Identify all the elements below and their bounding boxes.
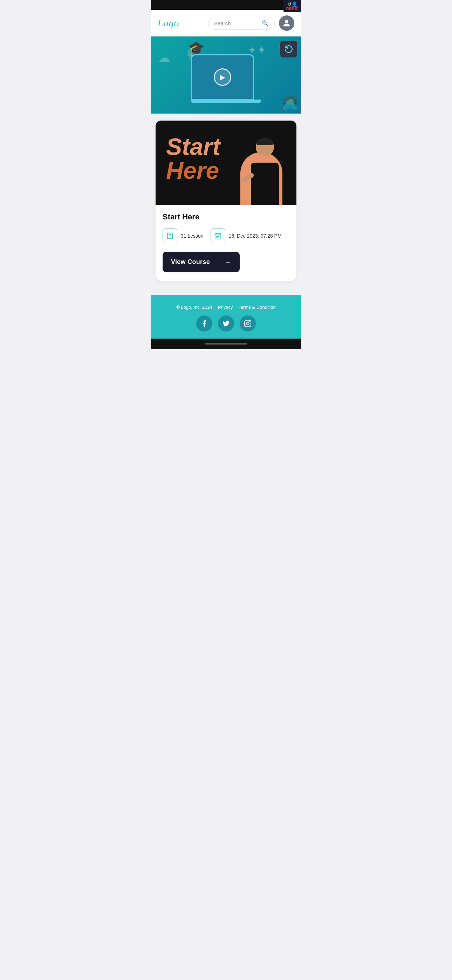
terms-link[interactable]: Terms & Condition <box>239 305 276 310</box>
rotate-icon-button[interactable] <box>280 41 297 57</box>
social-icons <box>158 315 294 332</box>
search-bar[interactable]: 🔍 <box>208 17 275 30</box>
calendar-icon-box <box>210 229 225 243</box>
debug-badge: ↺👤 DR8UG <box>283 0 301 12</box>
svg-rect-12 <box>245 320 251 327</box>
play-button-icon: ▶ <box>214 68 231 86</box>
person-icon: 🧑‍💻 <box>282 95 298 110</box>
svg-point-14 <box>249 321 250 322</box>
thumbnail-line1: Start <box>166 135 220 158</box>
facebook-icon[interactable] <box>196 315 212 332</box>
header-right: 🔍 <box>208 16 294 31</box>
course-date: 16, Dec 2023, 07:28 PM <box>229 233 282 239</box>
lessons-count: 31 Lesson <box>181 233 204 239</box>
svg-point-13 <box>246 322 249 325</box>
instagram-icon[interactable] <box>240 315 256 332</box>
view-course-label: View Course <box>171 258 210 266</box>
course-thumbnail: Start Here <box>156 121 296 205</box>
top-status-bar <box>151 0 301 10</box>
laptop-base <box>191 100 261 103</box>
laptop-screen: ▶ <box>191 54 254 100</box>
main-content: Start Here <box>151 114 301 288</box>
laptop-illustration: 🎓 ▶ <box>191 47 261 103</box>
date-meta: 16, Dec 2023, 07:28 PM <box>210 229 282 243</box>
bottom-bar <box>151 339 301 349</box>
home-indicator <box>205 343 247 345</box>
privacy-link[interactable]: Privacy <box>218 305 233 310</box>
footer-copyright: © Logo, Inc. 2024 Privacy Terms & Condit… <box>158 305 294 310</box>
course-card: Start Here <box>156 121 296 281</box>
header: Logo 🔍 <box>151 10 301 37</box>
course-info: Start Here 31 Lesson <box>156 205 296 281</box>
view-course-button[interactable]: View Course → <box>162 252 240 272</box>
twitter-icon[interactable] <box>218 315 234 332</box>
course-meta: 31 Lesson <box>162 229 290 243</box>
cloud-icon: ☁ <box>158 51 170 65</box>
course-title: Start Here <box>162 212 290 221</box>
arrow-icon: → <box>224 258 231 266</box>
lessons-meta: 31 Lesson <box>162 229 204 243</box>
thumbnail-line2: Here <box>166 158 220 182</box>
avatar[interactable] <box>279 16 294 31</box>
hero-banner: ☁ ⚙ ✦✦ 🌿 🧑‍💻 🎓 ▶ <box>151 37 301 114</box>
footer: © Logo, Inc. 2024 Privacy Terms & Condit… <box>151 295 301 339</box>
svg-point-0 <box>285 20 288 23</box>
copyright-text: © Logo, Inc. 2024 <box>176 305 212 310</box>
debug-icon: ↺👤 <box>287 2 298 7</box>
search-input[interactable] <box>214 20 260 26</box>
search-icon: 🔍 <box>262 20 269 27</box>
logo: Logo <box>158 18 180 29</box>
svg-rect-11 <box>218 236 219 237</box>
svg-rect-10 <box>216 236 217 237</box>
debug-label: DR8UG <box>286 7 299 11</box>
thumbnail-text: Start Here <box>166 135 220 182</box>
lessons-icon-box <box>162 229 177 243</box>
thumbnail-person <box>233 121 290 205</box>
